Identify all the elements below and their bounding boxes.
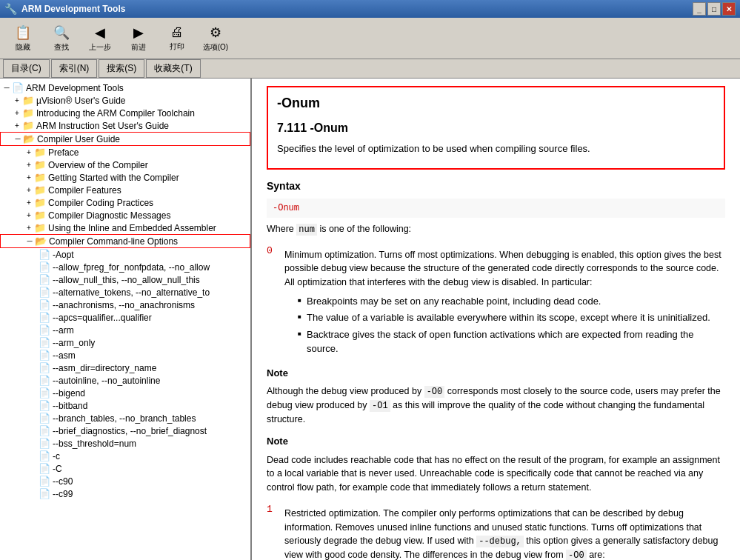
tree-item-aopt[interactable]: 📄 -Aopt <box>0 248 250 261</box>
tree-item-overview-compiler[interactable]: + 📁 Overview of the Compiler <box>0 159 250 171</box>
find-label: 查找 <box>54 42 69 53</box>
doc-icon: 📄 <box>39 337 50 348</box>
tree-item-c90[interactable]: 📄 --c90 <box>0 475 250 487</box>
one-para: Restricted optimization. The compiler on… <box>284 507 725 560</box>
tree-label: Using the Inline and Embedded Assembler <box>48 223 216 233</box>
tree-item-introducing-arm[interactable]: + 📁 Introducing the ARM Compiler Toolcha… <box>0 107 250 119</box>
tree-label: --asm_dir=directory_name <box>53 363 156 373</box>
tree-item-brief-diag[interactable]: 📄 --brief_diagnostics, --no_brief_diagno… <box>0 424 250 437</box>
content-area: -Onum 7.111 -Onum Specifies the level of… <box>252 79 740 560</box>
hide-label: 隐藏 <box>16 42 30 53</box>
toggle-icon: + <box>12 109 22 117</box>
tree-item-autoinline[interactable]: 📄 --autoinline, --no_autoinline <box>0 374 250 387</box>
tree-item-bss-threshold[interactable]: 📄 --bss_threshold=num <box>0 437 250 450</box>
find-icon: 🔍 <box>53 24 70 41</box>
tree-item-compiler-cmdline[interactable]: ─ 📂 Compiler Command-line Options <box>0 234 250 248</box>
tree-item-arm-dev-tools[interactable]: ─ 📄 ARM Development Tools <box>0 81 250 94</box>
close-button[interactable]: ✕ <box>722 2 736 16</box>
folder-icon: 📁 <box>34 172 46 183</box>
folder-icon: 📁 <box>34 197 46 208</box>
tab-favorites[interactable]: 收藏夹(T) <box>146 59 200 78</box>
tree-label: -c <box>53 451 60 461</box>
doc-icon: 📄 <box>39 387 50 399</box>
toggle-icon: + <box>12 96 22 104</box>
tree-item-allow-null[interactable]: 📄 --allow_null_this, --no_allow_null_thi… <box>0 273 250 286</box>
tree-item-compiler-features[interactable]: + 📁 Compiler Features <box>0 184 250 196</box>
options-button[interactable]: ⚙ 选项(O) <box>199 21 233 56</box>
note-para-2: Dead code includes reachable code that h… <box>267 453 725 495</box>
left-panel: ─ 📄 ARM Development Tools + 📁 µVision® U… <box>0 79 252 560</box>
hide-button[interactable]: 📋 隐藏 <box>6 21 40 56</box>
tree-item-compiler-coding[interactable]: + 📁 Compiler Coding Practices <box>0 196 250 209</box>
tree-item-bitband[interactable]: 📄 --bitband <box>0 399 250 412</box>
folder-open-icon: 📂 <box>23 133 35 144</box>
tree-item-asm[interactable]: 📄 --asm <box>0 349 250 361</box>
tree-item-C-upper[interactable]: 📄 -C <box>0 462 250 475</box>
zero-label: 0 <box>267 244 279 359</box>
tab-index[interactable]: 索引(N) <box>51 59 98 78</box>
tree-item-arm-instruction[interactable]: + 📁 ARM Instruction Set User's Guide <box>0 119 250 132</box>
tab-search[interactable]: 搜索(S) <box>99 59 144 78</box>
tree-item-asm-dir[interactable]: 📄 --asm_dir=directory_name <box>0 361 250 374</box>
tree-item-bigend[interactable]: 📄 --bigend <box>0 387 250 399</box>
find-button[interactable]: 🔍 查找 <box>44 21 79 56</box>
tree-item-alt-tokens[interactable]: 📄 --alternative_tokens, --no_alternative… <box>0 286 250 299</box>
syntax-section: Syntax -Onum Where num is one of the fol… <box>267 179 725 236</box>
tab-contents[interactable]: 目录(C) <box>3 59 50 78</box>
tree-item-arm-only[interactable]: 📄 --arm_only <box>0 336 250 349</box>
is-one-of-text: is one of the following: <box>319 224 411 234</box>
note-label-1: Note <box>267 366 725 381</box>
toggle-icon: + <box>24 199 34 207</box>
tree-label: --c90 <box>53 476 73 487</box>
one-code2: -O0 <box>566 550 587 560</box>
tree-item-uvision[interactable]: + 📁 µVision® User's Guide <box>0 94 250 107</box>
tree-item-branch-tables[interactable]: 📄 --branch_tables, --no_branch_tables <box>0 412 250 424</box>
back-button[interactable]: ◀ 上一步 <box>83 21 117 56</box>
zero-bullet-2: Backtrace gives the stack of open functi… <box>299 327 725 356</box>
right-panel[interactable]: -Onum 7.111 -Onum Specifies the level of… <box>252 79 740 560</box>
doc-icon: 📄 <box>39 488 50 499</box>
folder-purple-icon: 📁 <box>22 95 34 106</box>
toggle-icon: + <box>24 173 34 181</box>
folder-open-icon: 📂 <box>35 236 47 247</box>
tree-item-compiler-user-guide[interactable]: ─ 📂 Compiler User Guide <box>0 132 250 146</box>
tree-label: --bitband <box>53 401 87 411</box>
tree-label: --autoinline, --no_autoinline <box>53 376 160 386</box>
print-button[interactable]: 🖨 打印 <box>160 21 194 56</box>
hide-icon: 📋 <box>15 24 31 41</box>
tree-item-c99[interactable]: 📄 --c99 <box>0 487 250 500</box>
tree-item-using-inline[interactable]: + 📁 Using the Inline and Embedded Assemb… <box>0 221 250 234</box>
title-bar: 🔧 ARM Development Tools _ □ ✕ <box>0 0 740 18</box>
options-icon: ⚙ <box>210 24 221 41</box>
doc-icon: 📄 <box>39 249 50 260</box>
tree-label: Overview of the Compiler <box>48 160 148 170</box>
folder-icon: 📁 <box>34 184 46 196</box>
doc-icon: 📄 <box>39 274 50 285</box>
minimize-button[interactable]: _ <box>693 2 706 16</box>
one-code: --debug, <box>476 536 524 547</box>
tree-label: ARM Development Tools <box>26 83 124 93</box>
tree-label: --anachronisms, --no_anachronisms <box>53 300 195 310</box>
tree-item-compiler-diagnostic[interactable]: + 📁 Compiler Diagnostic Messages <box>0 209 250 221</box>
doc-icon: 📄 <box>39 476 50 487</box>
forward-button[interactable]: ▶ 前进 <box>121 21 156 56</box>
doc-icon: 📄 <box>39 312 50 323</box>
tree-item-c-lower[interactable]: 📄 -c <box>0 450 250 462</box>
maximize-button[interactable]: □ <box>707 2 721 16</box>
tree-item-preface[interactable]: + 📁 Preface <box>0 146 250 159</box>
tree-item-arm[interactable]: 📄 --arm <box>0 324 250 336</box>
folder-icon: 📁 <box>34 159 46 170</box>
doc-icon: 📄 <box>39 261 50 273</box>
tree-item-anachronisms[interactable]: 📄 --anachronisms, --no_anachronisms <box>0 299 250 311</box>
tree-item-apcs[interactable]: 📄 --apcs=qualifier...qualifier <box>0 311 250 324</box>
tree-view[interactable]: ─ 📄 ARM Development Tools + 📁 µVision® U… <box>0 79 250 560</box>
toggle-icon: + <box>24 148 34 156</box>
section-num: 7.111 <box>277 121 307 134</box>
toggle-icon: + <box>24 161 34 169</box>
tree-item-allow-fpreg[interactable]: 📄 --allow_fpreg_for_nonfpdata, --no_allo… <box>0 261 250 273</box>
where-text: Where num is one of the following: <box>267 222 725 236</box>
highlight-box: -Onum 7.111 -Onum Specifies the level of… <box>267 86 725 170</box>
tree-label: -C <box>53 464 62 474</box>
note-code-2: -O1 <box>370 400 390 412</box>
tree-item-getting-started[interactable]: + 📁 Getting Started with the Compiler <box>0 171 250 184</box>
